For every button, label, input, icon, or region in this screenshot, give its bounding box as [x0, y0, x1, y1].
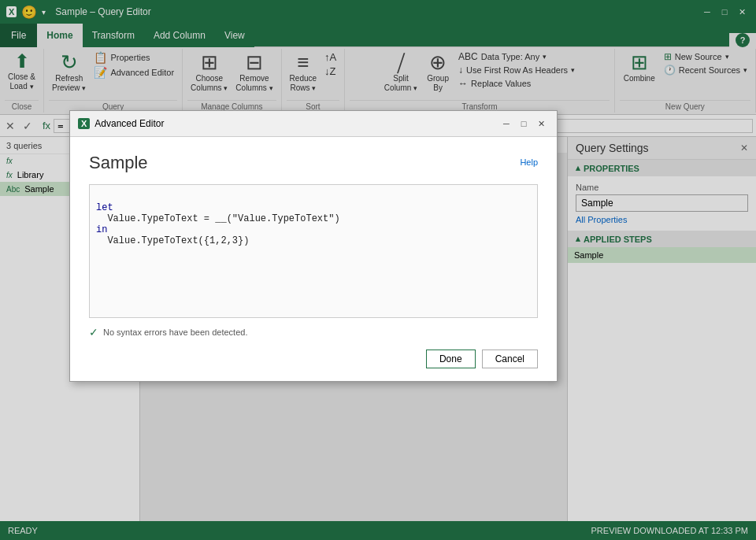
dialog-body: Sample Help let Value.TypeToText = __("V…	[70, 137, 557, 381]
dialog-minimize-button[interactable]: ─	[498, 116, 514, 131]
dialog-excel-icon: X	[78, 118, 90, 129]
dialog-query-title: Sample	[89, 153, 148, 173]
dialog-help-link[interactable]: Help	[520, 157, 538, 167]
dialog-status: ✓ No syntax errors have been detected.	[89, 318, 538, 350]
dialog-footer: Done Cancel	[89, 350, 538, 368]
dialog-title-text: Advanced Editor	[94, 118, 164, 129]
cancel-button[interactable]: Cancel	[482, 350, 538, 368]
code-in-keyword: in	[96, 224, 107, 235]
dialog-maximize-button[interactable]: □	[516, 116, 532, 131]
code-editor[interactable]: let Value.TypeToText = __("Value.TypeToT…	[89, 184, 538, 318]
done-button[interactable]: Done	[426, 350, 476, 368]
dialog-title-controls: ─ □ ✕	[498, 116, 549, 131]
dialog-titlebar: X Advanced Editor ─ □ ✕	[70, 111, 557, 137]
status-check-icon: ✓	[89, 326, 98, 338]
code-let-keyword: let	[96, 202, 113, 213]
dialog-status-text: No syntax errors have been detected.	[103, 327, 247, 337]
dialog-title-left: X Advanced Editor	[78, 118, 164, 129]
dialog-close-button[interactable]: ✕	[533, 116, 549, 131]
dialog-overlay: X Advanced Editor ─ □ ✕ Sample Help let …	[0, 0, 756, 540]
advanced-editor-dialog: X Advanced Editor ─ □ ✕ Sample Help let …	[69, 110, 558, 382]
